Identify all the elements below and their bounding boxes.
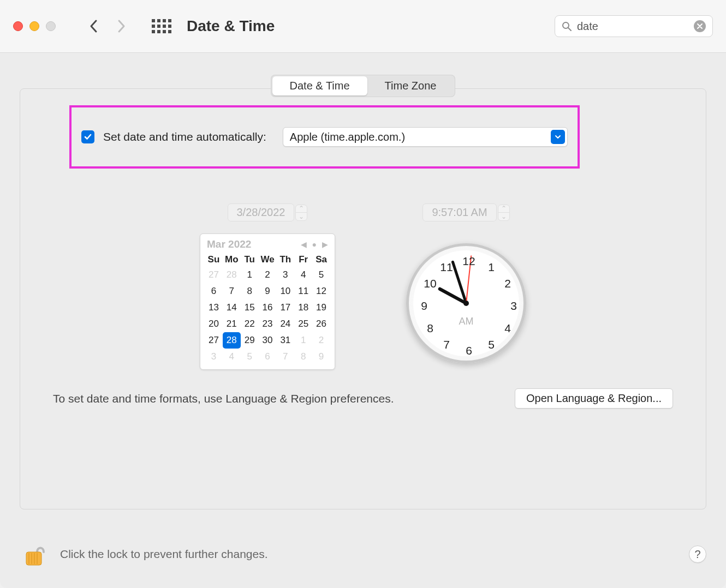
analog-clock-wrap: AM 121234567891011 [406, 243, 526, 363]
search-field[interactable]: date [555, 15, 713, 37]
calendar-day: 5 [312, 267, 330, 283]
calendar-day: 2 [259, 267, 277, 283]
auto-time-label: Set date and time automatically: [103, 130, 266, 143]
calendar-day: 8 [294, 349, 312, 365]
date-stepper: 3/28/2022 ⌃ ⌄ [228, 203, 308, 221]
calendar-day: 5 [241, 349, 259, 365]
tab-date-time[interactable]: Date & Time [272, 76, 367, 95]
calendar-day: 7 [276, 349, 294, 365]
help-button[interactable]: ? [689, 545, 706, 563]
window-controls [13, 21, 56, 31]
clock-face: AM 121234567891011 [413, 250, 519, 356]
calendar-day: 20 [205, 316, 223, 332]
calendar-day: 26 [312, 316, 330, 332]
lock-hint: Click the lock to prevent further change… [60, 548, 677, 561]
calendar-day: 3 [205, 349, 223, 365]
calendar-day: 16 [259, 299, 277, 316]
calendar-day: 22 [241, 316, 259, 332]
time-stepper: 9:57:01 AM ⌃ ⌄ [422, 203, 509, 221]
chevron-down-icon [551, 130, 565, 144]
back-button[interactable] [85, 17, 103, 35]
calendar-day: 6 [205, 283, 223, 299]
content: Date & Time Time Zone Set date and time … [0, 53, 726, 529]
calendar-day: 25 [294, 316, 312, 332]
lock-icon[interactable] [20, 540, 48, 568]
calendar-day: 28 [223, 332, 241, 349]
settings-panel: Set date and time automatically: Apple (… [20, 88, 706, 509]
highlight-annotation: Set date and time automatically: Apple (… [69, 105, 580, 169]
calendar-prev-icon: ◀ [301, 240, 307, 249]
titlebar: Date & Time date [0, 0, 726, 53]
stepper-down-icon: ⌄ [498, 213, 509, 220]
calendar-day: 4 [294, 267, 312, 283]
svg-line-1 [568, 28, 571, 31]
calendar-day: 7 [223, 283, 241, 299]
time-server-combobox[interactable]: Apple (time.apple.com.) [283, 127, 568, 147]
calendar-day: 31 [276, 332, 294, 349]
window-title: Date & Time [187, 17, 275, 35]
calendar: Mar 2022 ◀ ● ▶ SuMoTuWeThFrSa27281234567… [200, 233, 335, 370]
calendar-nav: ◀ ● ▶ [301, 240, 328, 249]
tab-time-zone[interactable]: Time Zone [367, 76, 454, 95]
calendar-day: 18 [294, 299, 312, 316]
calendar-day: 4 [223, 349, 241, 365]
analog-clock: AM 121234567891011 [406, 243, 526, 363]
time-field: 9:57:01 AM [422, 203, 496, 221]
clock-number: 6 [466, 344, 472, 357]
calendar-day: 23 [259, 316, 277, 332]
clear-search-button[interactable] [694, 20, 706, 32]
tab-bar: Date & Time Time Zone [20, 75, 706, 97]
calendar-day: 3 [276, 267, 294, 283]
calendar-day: 1 [294, 332, 312, 349]
open-language-region-button[interactable]: Open Language & Region... [515, 388, 673, 409]
auto-time-checkbox[interactable] [81, 130, 94, 143]
clock-number: 12 [462, 255, 475, 268]
calendar-day: 27 [205, 332, 223, 349]
calendar-dow: Tu [241, 253, 259, 267]
time-stepper-arrows: ⌃ ⌄ [498, 205, 510, 221]
clock-number: 5 [488, 338, 495, 351]
time-column: 9:57:01 AM ⌃ ⌄ AM [406, 203, 526, 370]
clock-pivot [463, 301, 469, 306]
calendar-day: 17 [276, 299, 294, 316]
calendar-day: 13 [205, 299, 223, 316]
time-server-value: Apple (time.apple.com.) [290, 131, 551, 143]
calendar-day: 29 [241, 332, 259, 349]
zoom-window-button [46, 21, 56, 31]
search-icon [562, 21, 572, 31]
calendar-dow: Fr [294, 253, 312, 267]
date-column: 3/28/2022 ⌃ ⌄ Mar 2022 ◀ ● ▶ [200, 203, 335, 370]
calendar-dow: We [259, 253, 277, 267]
calendar-grid: SuMoTuWeThFrSa27281234567891011121314151… [205, 253, 330, 365]
clock-number: 7 [443, 338, 450, 351]
calendar-day: 8 [241, 283, 259, 299]
lock-row: Click the lock to prevent further change… [0, 529, 726, 588]
clock-number: 4 [504, 322, 511, 335]
calendar-dow: Su [205, 253, 223, 267]
calendar-day: 12 [312, 283, 330, 299]
calendar-dow: Sa [312, 253, 330, 267]
calendar-today-icon: ● [312, 240, 317, 249]
preferences-window: Date & Time date Date & Time Time Zone [0, 0, 726, 588]
calendar-day: 15 [241, 299, 259, 316]
clock-number: 8 [427, 322, 433, 335]
calendar-day: 14 [223, 299, 241, 316]
calendar-month-label: Mar 2022 [207, 238, 251, 250]
search-input-text: date [577, 20, 688, 33]
calendar-day: 10 [276, 283, 294, 299]
format-hint: To set date and time formats, use Langua… [53, 392, 394, 405]
clock-number: 11 [440, 261, 453, 274]
clock-number: 3 [510, 299, 517, 313]
calendar-day: 30 [259, 332, 277, 349]
stepper-up-icon: ⌃ [498, 205, 509, 213]
date-stepper-arrows: ⌃ ⌄ [295, 205, 307, 221]
calendar-day: 2 [312, 332, 330, 349]
calendar-day: 6 [259, 349, 277, 365]
calendar-dow: Th [276, 253, 294, 267]
show-all-icon[interactable] [152, 19, 171, 33]
clock-ampm-label: AM [459, 316, 474, 327]
minimize-window-button[interactable] [29, 21, 39, 31]
close-window-button[interactable] [13, 21, 23, 31]
stepper-down-icon: ⌄ [296, 213, 307, 220]
clock-number: 9 [421, 299, 427, 313]
